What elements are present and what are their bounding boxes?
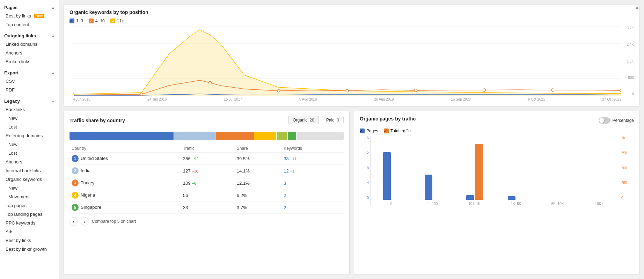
compare-row: ‹ › Compare top 5 on chart xyxy=(69,217,344,226)
chevron-icon: ▲ xyxy=(51,6,55,9)
sidebar-item-ppc-keywords[interactable]: PPC keywords xyxy=(0,219,59,227)
bar-seg-us xyxy=(69,132,174,140)
organic-panel-header: Organic pages by traffic Percentage xyxy=(360,116,634,125)
cell-keywords: 2 xyxy=(281,189,344,201)
filter-1-3[interactable]: ✓ 1–3 xyxy=(69,19,83,23)
tab-paid[interactable]: Paid 0 xyxy=(322,116,344,124)
bar-pages-3 xyxy=(508,196,515,200)
sidebar-item-top-landing-pages[interactable]: Top landing pages xyxy=(0,210,59,219)
x-label-2: 15 Jul 2017 xyxy=(224,97,242,101)
keyword-link[interactable]: 2 xyxy=(284,193,286,198)
sidebar-item-organic-movement[interactable]: Movement xyxy=(0,192,59,201)
next-button[interactable]: › xyxy=(81,217,89,226)
x-label-4: 26 Aug 2019 xyxy=(374,97,394,101)
cell-traffic: 56 xyxy=(181,189,235,201)
stacked-bar xyxy=(69,132,344,140)
sidebar-item-best-by-links-growth[interactable]: Best by links' growth xyxy=(0,245,59,254)
bar-label-0: 0 xyxy=(390,202,393,206)
tab-organic[interactable]: Organic 28 xyxy=(288,116,319,124)
cell-country: 4Nigeria xyxy=(69,189,181,201)
sidebar-item-internal-backlinks[interactable]: Internal backlinks xyxy=(0,166,59,175)
sidebar-item-referring-lost[interactable]: Lost xyxy=(0,149,59,157)
sidebar-item-csv[interactable]: CSV xyxy=(0,77,59,86)
keyword-link[interactable]: 12 xyxy=(284,168,288,174)
sidebar-item-organic-new[interactable]: New xyxy=(0,184,59,192)
svg-point-12 xyxy=(483,89,486,91)
bar-group-0: 0 xyxy=(373,144,409,206)
sidebar-item-organic-keywords[interactable]: Organic keywords xyxy=(0,175,59,184)
svg-point-7 xyxy=(140,93,143,96)
svg-point-11 xyxy=(414,89,417,92)
traffic-panel-title: Traffic share by country xyxy=(69,118,125,123)
col-share: Share xyxy=(235,145,281,153)
keyword-link[interactable]: 38 xyxy=(284,156,288,161)
bar-label-4: 5K–10K xyxy=(551,202,564,206)
cell-share: 6.2% xyxy=(235,189,281,201)
rank-badge: 3 xyxy=(72,179,79,186)
sidebar-item-ads[interactable]: Ads xyxy=(0,227,59,236)
y-axis-right: 1K 750 500 250 0 xyxy=(620,136,634,206)
sidebar-item-referring-new[interactable]: New xyxy=(0,140,59,149)
svg-point-9 xyxy=(277,89,280,92)
sidebar-item-pdf[interactable]: PDF xyxy=(0,86,59,94)
filter-11plus[interactable]: ✓ 11+ xyxy=(110,19,124,23)
table-row: 2India127 −3814.1%12 +1 xyxy=(69,165,344,177)
bar-pages-0 xyxy=(383,152,391,200)
traffic-share-panel: Traffic share by country Organic 28 Paid… xyxy=(64,111,350,275)
sidebar-item-linked-domains[interactable]: Linked domains xyxy=(0,40,59,49)
bar-group-2: 101–1K xyxy=(456,144,492,206)
sidebar-item-anchors-legacy[interactable]: Anchors xyxy=(0,157,59,166)
checkbox-4-10: ✓ xyxy=(89,19,94,23)
cell-keywords: 38 +11 xyxy=(281,153,344,165)
sidebar-section-outgoing[interactable]: Outgoing links ▲ xyxy=(0,31,59,40)
y-label-1600: 1.6K xyxy=(623,59,634,63)
legend-row: ✓ Pages ✓ Total traffic xyxy=(360,129,634,133)
svg-point-8 xyxy=(209,81,212,84)
keyword-link[interactable]: 2 xyxy=(284,205,286,210)
bar-pair-5 xyxy=(591,144,607,200)
cell-keywords: 3 xyxy=(281,177,344,189)
sidebar-item-best-by-links-legacy[interactable]: Best by links xyxy=(0,236,59,245)
sidebar-item-referring-domains[interactable]: Referring domains xyxy=(0,131,59,140)
main-content: ▲ Organic keywords by top position ✓ 1–3… xyxy=(59,0,644,279)
bar-pair-3 xyxy=(508,144,524,200)
bar-seg-sg xyxy=(277,132,287,140)
bar-pair-1 xyxy=(425,144,441,200)
filter-4-10[interactable]: ✓ 4–10 xyxy=(89,19,105,23)
sidebar-item-top-pages[interactable]: Top pages xyxy=(0,201,59,210)
yr-0: 0 xyxy=(621,196,623,200)
yl-0: 0 xyxy=(367,196,369,200)
percentage-toggle[interactable] xyxy=(599,117,610,124)
prev-button[interactable]: ‹ xyxy=(69,217,78,226)
rank-badge: 5 xyxy=(72,204,79,211)
y-label-2400: 2.4K xyxy=(623,43,634,46)
sidebar-item-backlinks[interactable]: Backlinks xyxy=(0,105,59,114)
sidebar-item-broken-links[interactable]: Broken links xyxy=(0,57,59,66)
svg-point-14 xyxy=(620,89,621,92)
sidebar-item-backlinks-lost[interactable]: Lost xyxy=(0,123,59,131)
cell-country: 3Turkey xyxy=(69,177,181,189)
sidebar-item-anchors-outgoing[interactable]: Anchors xyxy=(0,49,59,57)
y-label-800: 800 xyxy=(623,76,634,80)
bar-pair-2 xyxy=(466,144,483,200)
cell-keywords: 12 +1 xyxy=(281,165,344,177)
sidebar-section-pages[interactable]: Pages ▲ xyxy=(0,3,59,12)
sidebar-section-export[interactable]: Export ▲ xyxy=(0,68,59,77)
table-row: 3Turkey109 +612.1%3 xyxy=(69,177,344,189)
bar-seg-other1 xyxy=(288,132,296,140)
chart-title: Organic keywords by top position xyxy=(69,9,634,15)
x-label-6: 6 Oct 2021 xyxy=(528,97,545,101)
cell-country: 5Singapore xyxy=(69,201,181,214)
cell-keywords: 2 xyxy=(281,201,344,214)
sidebar-item-top-content[interactable]: Top content xyxy=(0,20,59,29)
bar-seg-nigeria xyxy=(254,132,276,140)
sidebar-section-legacy[interactable]: Legacy ▲ xyxy=(0,96,59,105)
keyword-link[interactable]: 3 xyxy=(284,181,286,186)
sidebar-item-backlinks-new[interactable]: New xyxy=(0,114,59,123)
sidebar-item-best-by-links[interactable]: Best by links New xyxy=(0,12,59,20)
delta-value: +92 xyxy=(192,157,198,161)
table-row: 4Nigeria56 6.2%2 xyxy=(69,189,344,201)
collapse-button[interactable]: ▲ xyxy=(635,5,639,10)
cell-traffic: 356 +92 xyxy=(181,153,235,165)
rank-badge: 2 xyxy=(72,167,79,174)
